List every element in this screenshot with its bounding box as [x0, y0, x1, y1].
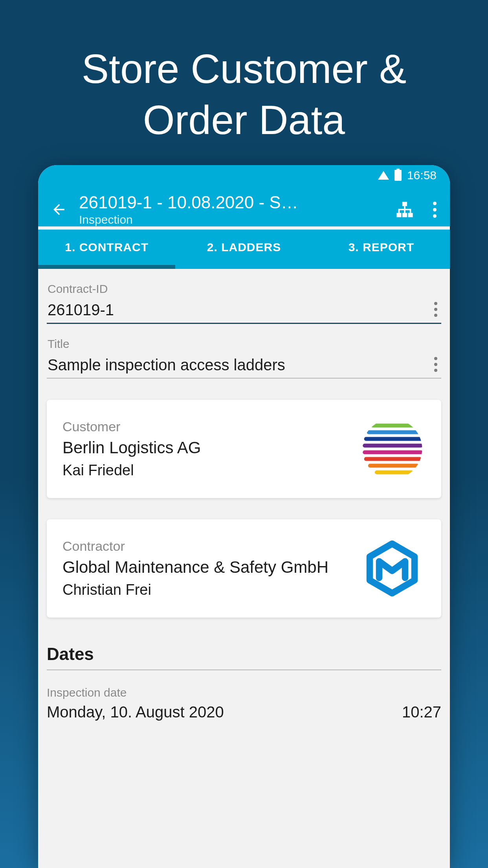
card-label: Customer [62, 419, 347, 434]
status-bar: 16:58 [38, 165, 450, 186]
card-label: Contractor [62, 539, 347, 554]
hierarchy-button[interactable] [389, 194, 420, 225]
wifi-icon [378, 171, 389, 180]
more-button[interactable] [427, 196, 442, 223]
tab-report[interactable]: 3. REPORT [313, 230, 450, 269]
field-contract-id: Contract-ID 261019-1 [47, 282, 441, 324]
contractor-contact: Christian Frei [62, 581, 347, 598]
contract-id-input[interactable]: 261019-1 [47, 296, 430, 323]
svg-rect-5 [371, 423, 419, 427]
inspection-date-field[interactable]: Inspection date Monday, 10. August 2020 … [47, 686, 441, 721]
customer-card[interactable]: Customer Berlin Logistics AG Kai Friedel [47, 400, 441, 498]
svg-rect-0 [402, 202, 407, 206]
promo-headline: Store Customer & Order Data [0, 0, 488, 145]
tab-ladders[interactable]: 2. LADDERS [175, 230, 312, 269]
svg-rect-12 [375, 470, 414, 474]
more-vert-icon [434, 302, 437, 317]
arrow-left-icon [51, 201, 67, 218]
field-label: Inspection date [47, 686, 441, 699]
tab-contract[interactable]: 1. CONTRACT [38, 230, 175, 269]
more-vert-icon [433, 202, 437, 218]
hierarchy-icon [394, 199, 415, 220]
contract-id-more[interactable] [430, 299, 441, 320]
app-bar-title: 261019-1 - 10.08.2020 - S… [79, 193, 323, 212]
svg-rect-6 [367, 430, 421, 434]
svg-rect-11 [368, 463, 419, 467]
inspection-date-value: Monday, 10. August 2020 [47, 703, 224, 721]
svg-rect-7 [364, 437, 423, 441]
title-input[interactable]: Sample inspection access ladders [47, 351, 430, 378]
field-label: Title [47, 337, 441, 351]
status-time: 16:58 [407, 169, 437, 182]
battery-icon [394, 170, 402, 181]
svg-rect-10 [364, 457, 422, 461]
hexagon-m-icon [363, 539, 422, 598]
title-more[interactable] [430, 354, 441, 375]
app-bar-subtitle: Inspection [79, 213, 382, 226]
globe-stripes-icon [359, 416, 426, 482]
svg-rect-9 [363, 450, 423, 454]
contractor-company: Global Maintenance & Safety GmbH [62, 557, 347, 578]
back-button[interactable] [46, 197, 72, 223]
dates-heading: Dates [47, 644, 441, 670]
svg-rect-1 [396, 213, 401, 217]
device-frame: 16:58 261019-1 - 10.08.2020 - S… Inspect… [38, 165, 450, 868]
app-bar: 261019-1 - 10.08.2020 - S… Inspection [38, 186, 450, 226]
inspection-time-value: 10:27 [402, 703, 441, 721]
customer-company: Berlin Logistics AG [62, 438, 347, 458]
tabs: 1. CONTRACT 2. LADDERS 3. REPORT [38, 230, 450, 269]
more-vert-icon [434, 357, 437, 372]
field-title: Title Sample inspection access ladders [47, 337, 441, 379]
field-label: Contract-ID [47, 282, 441, 296]
contractor-card[interactable]: Contractor Global Maintenance & Safety G… [47, 519, 441, 618]
svg-rect-3 [408, 213, 413, 217]
svg-rect-2 [402, 213, 407, 217]
contractor-logo [359, 535, 426, 602]
customer-contact: Kai Friedel [62, 462, 347, 479]
svg-rect-8 [363, 443, 423, 447]
customer-logo [359, 416, 426, 482]
